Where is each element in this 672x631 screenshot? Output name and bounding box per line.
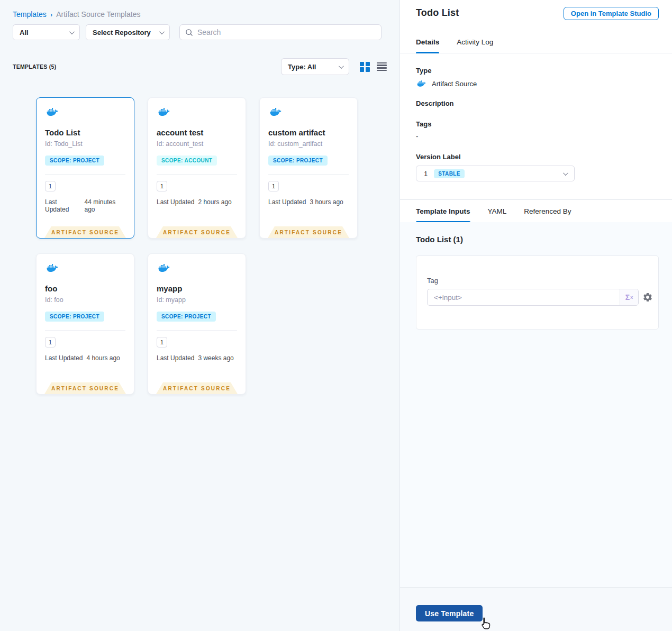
last-updated: Last Updated 3 weeks ago (157, 354, 237, 362)
version-chip: 1 (268, 181, 279, 191)
use-template-button[interactable]: Use Template (416, 605, 483, 621)
template-card-custom-artifact[interactable]: custom artifact Id: custom_artifact SCOP… (259, 97, 358, 239)
docker-icon (416, 79, 427, 88)
breadcrumb-templates-link[interactable]: Templates (13, 10, 47, 19)
last-updated: Last Updated 4 hours ago (45, 354, 125, 362)
version-label: Version Label (416, 153, 656, 161)
divider (157, 330, 237, 331)
chevron-down-icon (339, 63, 344, 69)
tab-referenced-by[interactable]: Referenced By (524, 200, 571, 222)
card-id: Id: myapp (157, 296, 237, 304)
version-select[interactable]: 1 STABLE (416, 166, 575, 181)
last-updated: Last Updated 44 minutes ago (45, 198, 125, 213)
tab-details[interactable]: Details (416, 31, 439, 53)
last-updated-value: 3 hours ago (310, 198, 343, 206)
stable-badge: STABLE (434, 169, 465, 178)
scope-badge: SCOPE: PROJECT (268, 156, 328, 166)
version-chip: 1 (45, 337, 56, 347)
divider (268, 174, 349, 175)
last-updated-label: Last Updated (45, 354, 83, 362)
card-title: account test (157, 128, 237, 137)
chevron-down-icon (159, 29, 165, 34)
card-id: Id: account_test (157, 140, 237, 148)
template-card-todo-list[interactable]: Todo List Id: Todo_List SCOPE: PROJECT 1… (36, 97, 134, 239)
divider (45, 330, 125, 331)
template-card-myapp[interactable]: myapp Id: myapp SCOPE: PROJECT 1 Last Up… (148, 253, 246, 395)
inputs-tabbar: Template Inputs YAML Referenced By (400, 199, 672, 222)
card-title: custom artifact (268, 128, 349, 137)
app: Templates › Artifact Source Templates Al… (0, 0, 672, 631)
breadcrumb-separator-icon: › (50, 11, 52, 19)
gear-icon[interactable] (642, 292, 653, 303)
tag-input-group: Σx (427, 289, 639, 306)
repository-filter-select[interactable]: Select Repository (86, 24, 170, 40)
list-view-icon[interactable] (377, 62, 387, 71)
card-id: Id: custom_artifact (268, 140, 349, 148)
type-filter-select[interactable]: Type: All (281, 58, 349, 75)
card-title: Todo List (45, 128, 125, 137)
tags-value: - (416, 132, 656, 140)
type-value: Artifact Source (432, 80, 477, 88)
artifact-source-ribbon: ARTIFACT SOURCE (268, 226, 349, 238)
last-updated-value: 2 hours ago (198, 198, 231, 206)
description-label: Description (416, 99, 656, 107)
artifact-source-ribbon: ARTIFACT SOURCE (156, 226, 238, 238)
search-input[interactable] (197, 28, 376, 36)
scope-badge: SCOPE: ACCOUNT (157, 156, 217, 166)
inputs-heading: Todo List (1) (416, 235, 659, 244)
tag-input[interactable] (428, 289, 620, 305)
view-toggle (360, 62, 387, 72)
divider (45, 174, 125, 175)
divider (157, 174, 237, 175)
card-title: myapp (157, 284, 237, 293)
artifact-source-ribbon: ARTIFACT SOURCE (156, 382, 238, 394)
scope-badge: SCOPE: PROJECT (45, 312, 104, 322)
card-id: Id: foo (45, 296, 125, 304)
artifact-source-ribbon: ARTIFACT SOURCE (44, 382, 126, 394)
card-title: foo (45, 284, 125, 293)
last-updated: Last Updated 3 hours ago (268, 198, 349, 206)
docker-icon (45, 106, 60, 117)
details-tabbar: Details Activity Log (400, 31, 672, 53)
type-label: Type (416, 67, 656, 75)
tab-yaml[interactable]: YAML (488, 200, 507, 222)
artifact-source-ribbon: ARTIFACT SOURCE (44, 226, 126, 238)
version-number: 1 (424, 170, 428, 178)
last-updated-label: Last Updated (157, 354, 194, 362)
type-filter-value: Type: All (288, 63, 316, 71)
template-inputs-content: Todo List (1) Tag Σx (400, 222, 672, 587)
list-toolbar: TEMPLATES (5) Type: All (13, 58, 387, 75)
details-header: Todo List Open in Template Studio (400, 0, 672, 31)
template-details-panel: Todo List Open in Template Studio Detail… (399, 0, 672, 631)
last-updated-value: 3 weeks ago (198, 354, 233, 362)
tab-activity-log[interactable]: Activity Log (457, 31, 493, 53)
page-title: Todo List (416, 7, 459, 19)
grid-view-icon[interactable] (360, 62, 370, 72)
template-card-foo[interactable]: foo Id: foo SCOPE: PROJECT 1 Last Update… (36, 253, 134, 395)
scope-filter-value: All (20, 29, 29, 36)
docker-icon (268, 106, 283, 117)
tags-label: Tags (416, 120, 656, 128)
card-id: Id: Todo_List (45, 140, 125, 148)
version-chip: 1 (157, 337, 167, 347)
tab-template-inputs[interactable]: Template Inputs (416, 200, 470, 222)
breadcrumb: Templates › Artifact Source Templates (0, 0, 399, 19)
open-in-template-studio-button[interactable]: Open in Template Studio (564, 7, 659, 20)
search-icon (185, 29, 193, 36)
docker-icon (157, 106, 171, 117)
sigma-sup: x (630, 295, 633, 300)
details-section: Type Artifact Source Description Tags - … (400, 53, 672, 199)
last-updated-label: Last Updated (157, 198, 194, 206)
chevron-down-icon (69, 29, 75, 34)
last-updated-value: 4 hours ago (86, 354, 120, 362)
chevron-down-icon (563, 170, 568, 176)
docker-icon (45, 262, 60, 273)
scope-filter-select[interactable]: All (13, 24, 80, 40)
template-card-account-test[interactable]: account test Id: account_test SCOPE: ACC… (148, 97, 246, 239)
inputs-card: Tag Σx (416, 255, 659, 330)
last-updated-label: Last Updated (45, 198, 80, 213)
last-updated-value: 44 minutes ago (84, 198, 125, 213)
sigma-glyph: Σ (625, 293, 630, 301)
expression-input-icon[interactable]: Σx (620, 289, 638, 305)
breadcrumb-current: Artifact Source Templates (56, 10, 140, 19)
